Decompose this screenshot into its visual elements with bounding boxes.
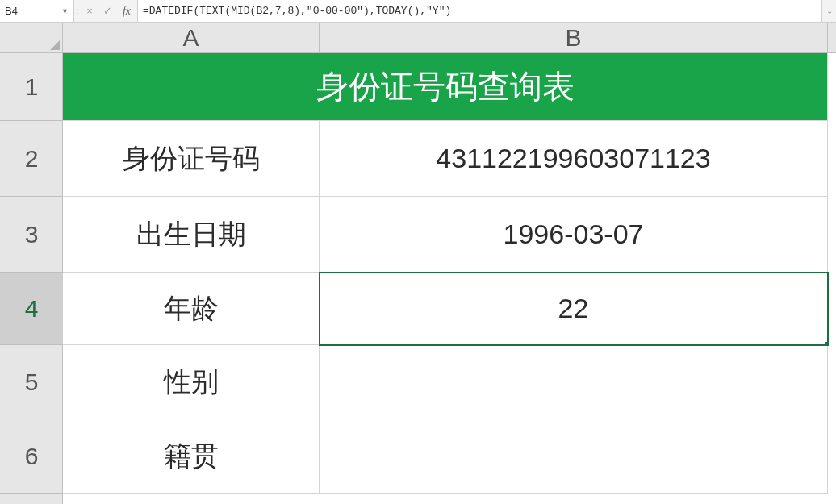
value-birth-date[interactable]: 1996-03-07 [320, 197, 828, 273]
formula-buttons: : × ✓ fx [74, 0, 138, 22]
row-header-5[interactable]: 5 [0, 345, 63, 419]
col-header-b[interactable]: B [320, 23, 828, 53]
value-native-place[interactable] [320, 419, 828, 494]
cancel-icon[interactable]: × [81, 0, 98, 23]
label-gender[interactable]: 性别 [63, 345, 320, 419]
value-age[interactable]: 22 [320, 273, 828, 345]
formula-input[interactable]: =DATEDIF(TEXT(MID(B2,7,8),"0-00-00"),TOD… [138, 0, 821, 22]
row-1: 身份证号码查询表 [63, 53, 836, 121]
row-5: 性别 [63, 345, 836, 419]
col-header-a[interactable]: A [63, 23, 320, 53]
column-headers: A B [63, 23, 836, 53]
row-header-2[interactable]: 2 [0, 121, 63, 197]
value-gender[interactable] [320, 345, 828, 419]
row-2: 身份证号码 431122199603071123 [63, 121, 836, 197]
label-birth-date[interactable]: 出生日期 [63, 197, 320, 273]
label-native-place[interactable]: 籍贯 [63, 419, 320, 494]
excel-window: B4 ▼ : × ✓ fx =DATEDIF(TEXT(MID(B2,7,8),… [0, 0, 836, 504]
label-id-number[interactable]: 身份证号码 [63, 121, 320, 197]
row-4: 年龄 22 [63, 273, 836, 345]
formula-bar: B4 ▼ : × ✓ fx =DATEDIF(TEXT(MID(B2,7,8),… [0, 0, 836, 23]
row-6: 籍贯 [63, 419, 836, 494]
confirm-icon[interactable]: ✓ [98, 0, 116, 23]
name-box-dropdown-icon[interactable]: ▼ [61, 7, 69, 15]
row-header-3[interactable]: 3 [0, 197, 63, 273]
formula-separator: : [74, 0, 81, 23]
row-header-1[interactable]: 1 [0, 53, 63, 121]
title-cell[interactable]: 身份证号码查询表 [63, 53, 828, 121]
fx-icon[interactable]: fx [116, 0, 137, 23]
row-header-4[interactable]: 4 [0, 273, 63, 345]
name-box-value: B4 [5, 5, 61, 17]
row-header-6[interactable]: 6 [0, 419, 63, 494]
formula-expand-icon[interactable]: ⌄ [821, 0, 836, 22]
spreadsheet-grid: A B 1 2 3 4 5 6 身份证号码查询表 身份证号码 431122199… [0, 23, 836, 504]
row-3: 出生日期 1996-03-07 [63, 197, 836, 273]
value-id-number[interactable]: 431122199603071123 [320, 121, 828, 197]
row-headers: 1 2 3 4 5 6 [0, 53, 63, 504]
name-box[interactable]: B4 ▼ [0, 0, 74, 22]
label-age[interactable]: 年龄 [63, 273, 320, 345]
select-all-corner[interactable] [0, 23, 63, 53]
cells-container: 身份证号码查询表 身份证号码 431122199603071123 出生日期 1… [63, 53, 836, 504]
